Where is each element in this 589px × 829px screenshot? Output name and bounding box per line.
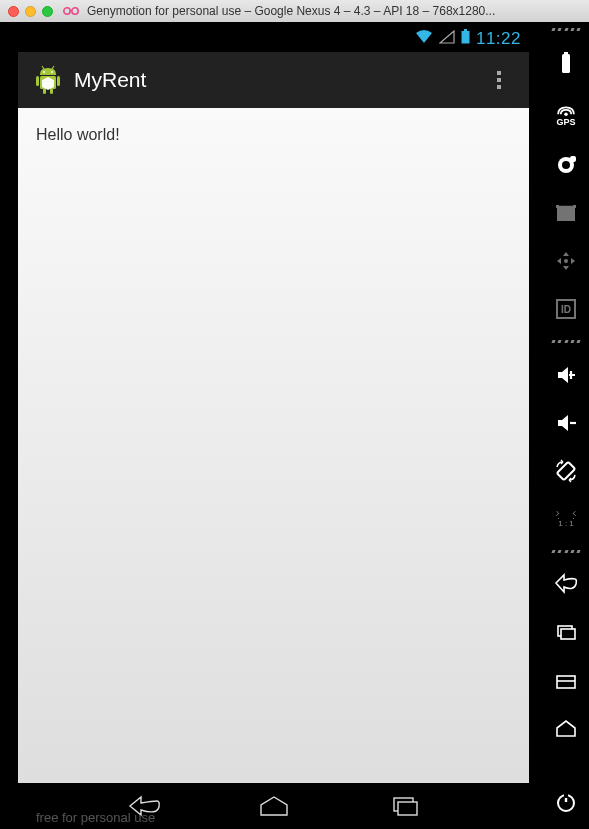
svg-point-1 [72, 8, 78, 14]
status-clock: 11:22 [476, 29, 521, 49]
recent-apps-button[interactable] [384, 791, 424, 821]
svg-rect-15 [562, 54, 570, 73]
zoom-window-button[interactable] [42, 6, 53, 17]
body-text: Hello world! [36, 126, 511, 144]
android-status-bar[interactable]: 11:22 [18, 26, 529, 52]
window-titlebar: Genymotion for personal use – Google Nex… [0, 0, 589, 22]
gps-label: GPS [556, 117, 575, 127]
rotate-device-button[interactable] [549, 454, 583, 488]
close-window-button[interactable] [8, 6, 19, 17]
svg-rect-20 [570, 156, 576, 162]
app-content-area: Hello world! [18, 108, 529, 783]
android-nav-bar: free for personal use [18, 783, 529, 829]
svg-line-7 [52, 66, 54, 69]
svg-rect-9 [36, 76, 39, 86]
genymotion-logo-icon [63, 6, 81, 16]
svg-rect-27 [557, 462, 575, 480]
toolbar-grip-icon[interactable] [552, 550, 580, 554]
svg-point-5 [51, 71, 53, 73]
screencast-button[interactable] [549, 196, 583, 230]
svg-rect-16 [564, 52, 568, 54]
svg-rect-2 [464, 29, 467, 31]
genymotion-toolbar: GPS ID 1 : 1 [543, 22, 589, 829]
minimize-window-button[interactable] [25, 6, 36, 17]
svg-line-6 [42, 66, 44, 69]
svg-rect-29 [561, 629, 575, 639]
power-button[interactable] [549, 785, 583, 819]
svg-text:ID: ID [561, 304, 571, 315]
traffic-lights [8, 6, 53, 17]
svg-point-4 [43, 71, 45, 73]
toolbar-recent-button[interactable] [549, 616, 583, 650]
svg-rect-34 [564, 793, 568, 798]
signal-icon [439, 29, 455, 49]
battery-control-button[interactable] [549, 46, 583, 80]
svg-rect-21 [557, 208, 575, 221]
svg-rect-22 [556, 205, 559, 208]
app-launcher-icon [32, 64, 64, 96]
toolbar-menu-button[interactable] [549, 664, 583, 698]
home-button[interactable] [254, 791, 294, 821]
toolbar-back-button[interactable] [549, 568, 583, 602]
window-title: Genymotion for personal use – Google Nex… [87, 4, 581, 18]
svg-point-19 [562, 161, 570, 169]
watermark-text: free for personal use [36, 810, 155, 825]
overflow-menu-button[interactable] [479, 60, 519, 100]
svg-rect-10 [57, 76, 60, 86]
android-device-screen: 11:22 [18, 26, 529, 829]
svg-rect-12 [50, 88, 53, 94]
volume-down-button[interactable] [549, 406, 583, 440]
svg-rect-30 [557, 676, 575, 688]
dpad-control-button[interactable] [549, 244, 583, 278]
battery-icon [461, 29, 470, 49]
pixel-ratio-label: 1 : 1 [558, 519, 574, 528]
app-title: MyRent [74, 68, 479, 92]
svg-point-24 [564, 259, 568, 263]
svg-point-17 [564, 112, 568, 116]
pixel-perfect-button[interactable]: 1 : 1 [549, 502, 583, 536]
wifi-icon [415, 29, 433, 49]
svg-rect-11 [43, 88, 46, 94]
camera-control-button[interactable] [549, 148, 583, 182]
svg-rect-23 [573, 205, 576, 208]
android-action-bar: MyRent [18, 52, 529, 108]
svg-point-0 [64, 8, 70, 14]
toolbar-grip-icon[interactable] [552, 28, 580, 32]
svg-rect-3 [461, 31, 469, 44]
svg-rect-14 [398, 802, 417, 815]
toolbar-grip-icon[interactable] [552, 340, 580, 344]
device-id-button[interactable]: ID [549, 292, 583, 326]
volume-up-button[interactable] [549, 358, 583, 392]
toolbar-home-button[interactable] [549, 712, 583, 746]
gps-control-button[interactable]: GPS [549, 94, 583, 134]
